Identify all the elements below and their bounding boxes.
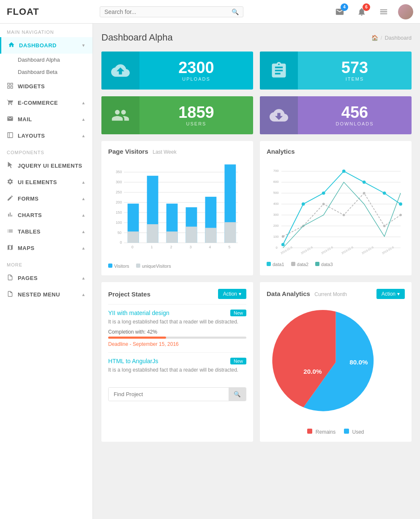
search-input[interactable] xyxy=(104,8,229,15)
mail-badge: 4 xyxy=(341,3,348,11)
analytics-chart-header: Analytics xyxy=(267,148,405,155)
svg-text:3: 3 xyxy=(190,245,192,249)
legend-data3: data3 xyxy=(315,262,333,267)
project-action-button[interactable]: Action ▾ xyxy=(218,289,246,299)
sidebar-item-nested-menu[interactable]: NESTED MENU ▲ xyxy=(0,286,93,303)
users-content: 1859 USERS xyxy=(139,104,253,126)
sidebar-item-charts[interactable]: CHARTS ▲ xyxy=(0,207,93,223)
main-nav-label: Main Navigation xyxy=(0,24,93,37)
users-icon xyxy=(111,106,130,125)
svg-text:2013-01-0: 2013-01-0 xyxy=(341,246,354,255)
sidebar-item-tables[interactable]: TABLES ▲ xyxy=(0,223,93,240)
sidebar-item-dashboard-beta[interactable]: Dashboard Beta xyxy=(18,66,93,78)
chevron-icon8: ▲ xyxy=(82,246,86,250)
breadcrumb-sep: / xyxy=(381,35,382,41)
find-project-input[interactable] xyxy=(109,388,229,401)
breadcrumb: 🏠 / Dashboard xyxy=(371,35,412,41)
pie-chart-svg: 80.0% 20.0% xyxy=(267,302,405,422)
sidebar-maps-label: MAPS xyxy=(18,245,35,251)
project-progress-fill-0 xyxy=(108,337,166,339)
sidebar-widgets-label: WIDGETS xyxy=(18,83,45,90)
svg-text:700: 700 xyxy=(273,169,279,173)
download-icon xyxy=(270,106,288,125)
legend-visitors: Visitors xyxy=(108,264,129,269)
breadcrumb-home-icon[interactable]: 🏠 xyxy=(371,35,378,41)
sidebar-item-pages[interactable]: PAGES ▲ xyxy=(0,270,93,286)
uploads-label: UPLOADS xyxy=(182,76,210,82)
pie-action-chevron: ▾ xyxy=(397,291,400,297)
users-icon-area xyxy=(101,96,139,134)
sidebar-item-ecommerce[interactable]: E-COMMERCE ▲ xyxy=(0,95,93,111)
uploads-number: 2300 xyxy=(178,60,214,76)
menu-button[interactable] xyxy=(376,4,391,19)
project-deadline-0: Deadline - September 15, 2016 xyxy=(108,341,246,347)
pie-action-button[interactable]: Action ▾ xyxy=(376,289,405,299)
visitors-chart-subtitle: Last Week xyxy=(153,149,176,155)
logo: FLOAT xyxy=(7,6,100,17)
svg-point-47 xyxy=(322,203,325,205)
pencil-icon xyxy=(7,195,14,203)
svg-text:2: 2 xyxy=(170,245,172,249)
svg-text:5: 5 xyxy=(229,245,231,249)
stat-card-users: 1859 USERS xyxy=(101,96,253,134)
legend-data2: data2 xyxy=(291,262,309,267)
search-project-icon: 🔍 xyxy=(234,391,241,397)
uploads-icon-area xyxy=(101,52,139,90)
find-project-button[interactable]: 🔍 xyxy=(229,388,246,401)
chevron-icon5: ▲ xyxy=(82,196,86,201)
visitors-chart-title: Page Visitors xyxy=(108,148,148,155)
map-icon xyxy=(7,244,14,252)
items-content: 573 ITEMS xyxy=(298,60,412,82)
downloads-icon-area xyxy=(260,96,298,134)
svg-text:150: 150 xyxy=(116,210,122,215)
sidebar-item-maps[interactable]: MAPS ▲ xyxy=(0,240,93,256)
svg-text:0: 0 xyxy=(131,245,134,249)
search-bar[interactable]: 🔍 xyxy=(100,6,243,17)
sidebar-item-widgets[interactable]: WIDGETS xyxy=(0,78,93,95)
breadcrumb-current: Dashboard xyxy=(385,35,412,41)
svg-point-39 xyxy=(302,202,305,206)
sidebar-forms-label: FORMS xyxy=(18,196,38,202)
svg-text:100: 100 xyxy=(273,235,279,239)
find-project-wrap: 🔍 xyxy=(108,387,246,401)
users-label: USERS xyxy=(186,121,207,126)
bell-button[interactable]: 6 xyxy=(354,4,369,19)
bar-chart-svg: 0 50 100 150 200 250 300 350 xyxy=(108,159,246,252)
list-icon xyxy=(7,228,14,236)
sidebar-mail-label: MAIL xyxy=(18,116,32,122)
components-label: Components xyxy=(0,144,93,158)
avatar[interactable] xyxy=(398,4,413,19)
sidebar-charts-label: CHARTS xyxy=(18,212,42,218)
layout-icon xyxy=(7,132,14,140)
search-icon: 🔍 xyxy=(232,8,239,15)
sidebar-ecommerce-label: E-COMMERCE xyxy=(18,100,58,106)
grid-icon xyxy=(7,82,14,90)
sidebar-item-mail[interactable]: MAIL ▲ xyxy=(0,111,93,128)
svg-text:2013-01-0: 2013-01-0 xyxy=(361,246,374,255)
upload-icon xyxy=(111,61,130,80)
stat-card-downloads: 456 DOWNLOADS xyxy=(260,96,412,134)
svg-text:350: 350 xyxy=(116,170,122,174)
sidebar-item-forms[interactable]: FORMS ▲ xyxy=(0,190,93,207)
nested-icon xyxy=(7,291,14,299)
project-states-card: Project States Action ▾ YII with materia… xyxy=(101,282,253,442)
line-chart-svg: 0 100 200 300 400 500 600 700 xyxy=(267,155,405,257)
mail-button[interactable]: 4 xyxy=(332,4,347,19)
svg-point-49 xyxy=(363,192,365,194)
sidebar-item-dashboard[interactable]: DASHBOARD ▼ xyxy=(0,37,93,54)
downloads-label: DOWNLOADS xyxy=(335,121,374,126)
svg-text:500: 500 xyxy=(273,191,279,195)
sidebar-item-ui-elements[interactable]: UI ELEMENTS ▲ xyxy=(0,174,93,190)
chevron-icon4: ▲ xyxy=(82,180,86,185)
sidebar-item-layouts[interactable]: LAYOUTS ▲ xyxy=(0,128,93,144)
project-badge-0: New xyxy=(230,310,246,316)
project-states-title: Project States xyxy=(108,291,150,298)
sidebar-item-jquery-ui[interactable]: JQUERY UI ELEMENTS xyxy=(0,158,93,174)
sidebar-item-dashboard-alpha[interactable]: Dashboard Alpha xyxy=(18,54,93,66)
downloads-number: 456 xyxy=(341,104,368,120)
visitors-chart-header: Page Visitors Last Week xyxy=(108,148,246,155)
project-progress-bar-0 xyxy=(108,337,246,339)
svg-text:300: 300 xyxy=(273,213,279,217)
visitors-chart-card: Page Visitors Last Week 0 50 100 150 200… xyxy=(101,141,253,275)
more-label: More xyxy=(0,256,93,270)
